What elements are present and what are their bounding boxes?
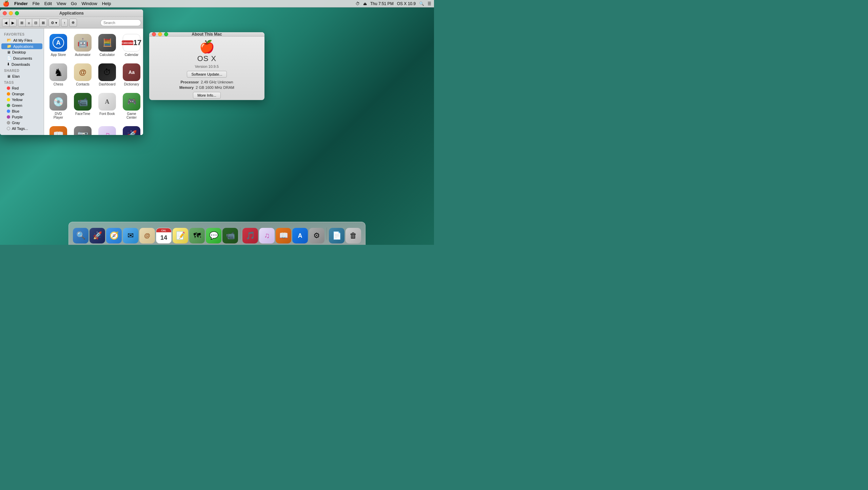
app-label-facetime: FaceTime [75,112,90,116]
app-imagecapture[interactable]: 📷 Image Capture [72,124,94,135]
sidebar-item-desktop[interactable]: 🖥 Desktop [1,50,42,55]
icon-view-button[interactable]: ⊞ [18,19,26,27]
memory-value: 2 GB 1600 MHz DRAM [196,85,234,90]
dock-contacts[interactable]: @ [139,228,155,243]
dock-textedit[interactable]: 📄 [329,228,344,243]
time-machine-icon[interactable]: ⏱ [356,1,360,6]
dock-safari[interactable]: 🧭 [106,228,122,243]
menu-go[interactable]: Go [71,1,77,6]
about-window: About This Mac 🍎 OS X Version 10.9.5 Sof… [149,32,264,100]
sidebar-label-documents: Documents [13,56,32,60]
app-label-dashboard: Dashboard [99,82,116,86]
about-minimize-button[interactable] [158,32,162,36]
app-calendar[interactable]: Calendar 17 Calendar [121,32,142,59]
sidebar-tag-green[interactable]: Green [1,103,42,108]
sidebar-item-documents[interactable]: 📄 Documents [1,55,42,61]
dock-music[interactable]: 🎵 [242,228,258,243]
sidebar-tag-yellow[interactable]: Yellow [1,97,42,102]
app-dictionary[interactable]: Aa Dictionary [121,61,142,88]
app-fontbook[interactable]: A Font Book [96,91,118,121]
dock-finder[interactable]: 🔍 [73,228,88,243]
sidebar-tag-purple[interactable]: Purple [1,114,42,120]
menu-edit[interactable]: Edit [44,1,52,6]
app-appstore[interactable]: A App Store [47,32,69,59]
favorites-section-label: FAVORITES [0,31,44,37]
dock-calendar[interactable]: CAL 14 [156,228,172,243]
dock-launchpad[interactable]: 🚀 [90,228,105,243]
app-icon-gamecenter: 🎮 [123,93,140,111]
spotlight-icon[interactable]: 🔍 [419,1,424,6]
apps-grid: A App Store 🤖 Automator 🧮 Calculator [47,32,140,135]
share-button[interactable]: ↑ [61,19,68,27]
minimize-button[interactable] [9,11,13,15]
sidebar-tag-red[interactable]: Red [1,85,42,91]
column-view-button[interactable]: ⊟ [32,19,40,27]
dock-ibooks[interactable]: 📖 [276,228,291,243]
menu-help[interactable]: Help [102,1,111,6]
tag-label-green: Green [12,103,22,107]
tag-button[interactable]: ⊕ [69,19,77,27]
close-button[interactable] [3,11,7,15]
app-icon-calendar: Calendar 17 [123,34,140,52]
about-close-button[interactable] [152,32,156,36]
dock-facetime[interactable]: 📹 [222,228,238,243]
dock-mail[interactable]: ✉ [123,228,138,243]
app-icon-dvdplayer: 💿 [50,93,67,111]
about-body: 🍎 OS X Version 10.9.5 Software Update...… [149,37,264,100]
sidebar-tag-alltags[interactable]: All Tags... [1,126,42,131]
cover-view-button[interactable]: ⊠ [40,19,47,27]
dock-systemprefs[interactable]: ⚙ [309,228,324,243]
app-itunes[interactable]: ♫ iTunes [96,124,118,135]
tag-label-orange: Orange [12,92,24,96]
app-facetime[interactable]: 📹 FaceTime [72,91,94,121]
dock-appstore[interactable]: A [292,228,308,243]
app-label-dictionary: Dictionary [124,82,139,86]
sidebar-tag-blue[interactable]: Blue [1,109,42,114]
app-chess[interactable]: ♞ Chess [47,61,69,88]
dock-itunes[interactable]: ♫ [259,228,275,243]
app-ibooks[interactable]: 📖 iBooks [47,124,69,135]
list-view-button[interactable]: ≡ [26,19,32,27]
dock-messages[interactable]: 💬 [206,228,221,243]
tags-section-label: TAGS [0,79,44,85]
app-gamecenter[interactable]: 🎮 Game Center [121,91,142,121]
app-dvdplayer[interactable]: 💿 DVD Player [47,91,69,121]
app-calculator[interactable]: 🧮 Calculator [96,32,118,59]
apple-logo-large: 🍎 [199,41,215,53]
sidebar-tag-gray[interactable]: Gray [1,120,42,125]
menu-window[interactable]: Window [81,1,97,6]
menu-file[interactable]: File [33,1,40,6]
more-info-button[interactable]: More Info... [193,92,221,99]
menu-finder[interactable]: Finder [14,1,28,6]
apple-menu[interactable]: 🍎 [3,0,9,7]
menubar: 🍎 Finder File Edit View Go Window Help ⏱… [0,0,434,7]
app-automator[interactable]: 🤖 Automator [72,32,94,59]
dock-notes[interactable]: 📝 [173,228,188,243]
sidebar-item-downloads[interactable]: ⬇ Downloads [1,61,42,67]
maximize-button[interactable] [15,11,19,15]
about-maximize-button[interactable] [164,32,168,36]
dock-trash[interactable]: 🗑 [346,228,361,243]
sidebar-item-allmyfiles[interactable]: 📂 All My Files [1,37,42,43]
search-input[interactable] [100,19,141,26]
app-launchpad[interactable]: 🚀 Launchpad [121,124,142,135]
sidebar-tag-orange[interactable]: Orange [1,91,42,97]
dock-separator-2 [327,228,327,240]
app-contacts[interactable]: @ Contacts [72,61,94,88]
menu-view[interactable]: View [57,1,66,6]
app-dashboard[interactable]: ⏱ Dashboard [96,61,118,88]
app-icon-dictionary: Aa [123,63,140,81]
sidebar-item-elan[interactable]: 🖥 Elan [1,74,42,79]
os-name: OS X [197,54,217,63]
action-button[interactable]: ⚙ ▾ [49,19,59,27]
app-icon-fontbook: A [98,93,116,111]
app-label-appstore: App Store [51,53,66,57]
forward-button[interactable]: ▶ [9,19,16,27]
notification-icon[interactable]: ☰ [428,1,431,6]
sidebar-item-applications[interactable]: 📁 Applications [1,43,42,49]
app-label-dvdplayer: DVD Player [50,112,67,119]
software-update-button[interactable]: Software Update... [187,71,226,78]
dock-maps[interactable]: 🗺 [189,228,205,243]
back-button[interactable]: ◀ [2,19,9,27]
eject-icon[interactable]: ⏏ [363,1,367,6]
